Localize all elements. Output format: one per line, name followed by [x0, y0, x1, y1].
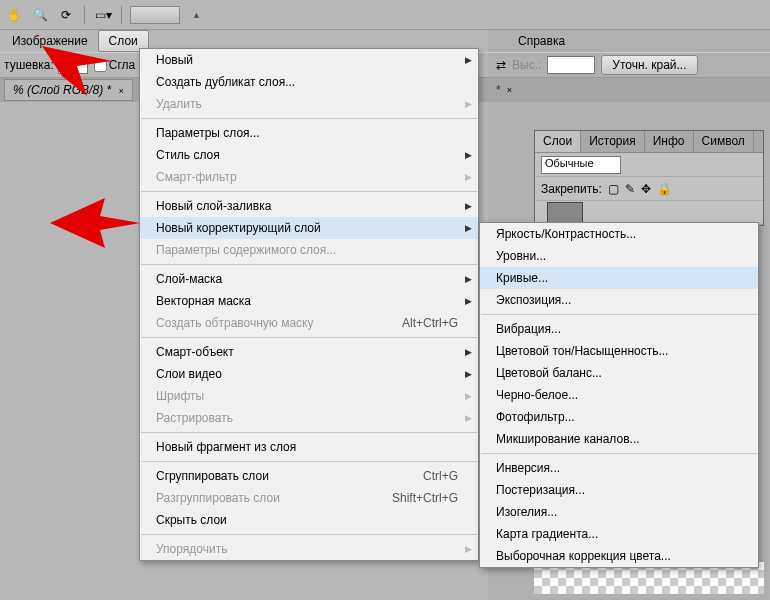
layers-menu-item: Разгруппировать слоиShift+Ctrl+G [140, 487, 478, 509]
menu-item-label: Удалить [156, 97, 202, 111]
zoom-tool-icon[interactable]: 🔍 [30, 5, 50, 25]
height-input[interactable] [547, 56, 595, 74]
menu-item-label: Параметры слоя... [156, 126, 260, 140]
adjustment-submenu-item[interactable]: Уровни... [480, 245, 758, 267]
menu-item-label: Изогелия... [496, 505, 557, 519]
adjustment-submenu-item[interactable]: Цветовой баланс... [480, 362, 758, 384]
lock-transparency-icon[interactable]: ▢ [608, 182, 619, 196]
layers-menu-item[interactable]: Слои видео▶ [140, 363, 478, 385]
svg-marker-0 [42, 46, 112, 96]
submenu-arrow-icon: ▶ [465, 413, 472, 423]
layers-menu-item[interactable]: Смарт-объект▶ [140, 341, 478, 363]
menu-item-label: Цветовой баланс... [496, 366, 602, 380]
right-tab-strip: * × [488, 78, 770, 102]
refine-edge-button[interactable]: Уточн. край... [601, 55, 697, 75]
layers-menu-item: Растрировать▶ [140, 407, 478, 429]
menu-item-label: Новый [156, 53, 193, 67]
adjustment-submenu-item[interactable]: Микширование каналов... [480, 428, 758, 450]
blend-mode-select[interactable]: Обычные [541, 156, 621, 174]
collapse-icon[interactable]: ▲ [192, 10, 201, 20]
layers-menu-item: Смарт-фильтр▶ [140, 166, 478, 188]
lock-position-icon[interactable]: ✥ [641, 182, 651, 196]
adjustment-submenu-item[interactable]: Яркость/Контрастность... [480, 223, 758, 245]
close-icon[interactable]: × [507, 85, 512, 95]
submenu-arrow-icon: ▶ [465, 55, 472, 65]
smooth-label: Сгла [109, 58, 135, 72]
divider [84, 6, 85, 24]
menu-item-label: Новый корректирующий слой [156, 221, 321, 235]
menu-help[interactable]: Справка [508, 31, 575, 51]
lock-icons: ▢ ✎ ✥ 🔒 [608, 182, 672, 196]
panels-container: Слои История Инфо Символ Обычные Закрепи… [534, 130, 764, 226]
arrange-dropdown[interactable] [130, 6, 180, 24]
menu-item-label: Карта градиента... [496, 527, 598, 541]
adjustment-submenu-item[interactable]: Цветовой тон/Насыщенность... [480, 340, 758, 362]
adjustment-submenu-item[interactable]: Кривые... [480, 267, 758, 289]
screen-mode-icon[interactable]: ▭▾ [93, 5, 113, 25]
layers-menu-item[interactable]: Создать дубликат слоя... [140, 71, 478, 93]
adjustment-submenu-item[interactable]: Экспозиция... [480, 289, 758, 311]
menu-item-label: Смарт-фильтр [156, 170, 237, 184]
lock-brush-icon[interactable]: ✎ [625, 182, 635, 196]
layers-menu-item[interactable]: Векторная маска▶ [140, 290, 478, 312]
menu-item-label: Слой-маска [156, 272, 222, 286]
menu-item-label: Разгруппировать слои [156, 491, 280, 505]
layers-menu-item[interactable]: Параметры слоя... [140, 122, 478, 144]
menu-separator [481, 314, 757, 315]
layers-menu-item[interactable]: Слой-маска▶ [140, 268, 478, 290]
layers-menu-item[interactable]: Стиль слоя▶ [140, 144, 478, 166]
adjustment-submenu-item[interactable]: Выборочная коррекция цвета... [480, 545, 758, 567]
layers-menu-item[interactable]: Новый▶ [140, 49, 478, 71]
adjustment-submenu-item[interactable]: Постеризация... [480, 479, 758, 501]
submenu-arrow-icon: ▶ [465, 99, 472, 109]
submenu-arrow-icon: ▶ [465, 172, 472, 182]
adjustment-submenu-item[interactable]: Изогелия... [480, 501, 758, 523]
layers-menu-item[interactable]: Скрыть слои [140, 509, 478, 531]
tab-character[interactable]: Символ [694, 131, 754, 152]
menu-separator [141, 337, 477, 338]
menu-item-label: Новый фрагмент из слоя [156, 440, 296, 454]
rotate-view-icon[interactable]: ⟳ [56, 5, 76, 25]
layers-menu-item: Параметры содержимого слоя... [140, 239, 478, 261]
layers-menu-item: Упорядочить▶ [140, 538, 478, 560]
right-menubar: Справка [488, 30, 770, 52]
submenu-arrow-icon: ▶ [465, 274, 472, 284]
layers-menu-item[interactable]: Новый слой-заливка▶ [140, 195, 478, 217]
menu-item-label: Растрировать [156, 411, 233, 425]
submenu-arrow-icon: ▶ [465, 223, 472, 233]
adjustment-submenu-item[interactable]: Инверсия... [480, 457, 758, 479]
layer-thumbnail[interactable] [547, 202, 583, 224]
submenu-arrow-icon: ▶ [465, 347, 472, 357]
menu-item-label: Выборочная коррекция цвета... [496, 549, 671, 563]
layers-menu-item[interactable]: Новый фрагмент из слоя [140, 436, 478, 458]
adjustment-submenu-item[interactable]: Вибрация... [480, 318, 758, 340]
adjustment-submenu-item[interactable]: Карта градиента... [480, 523, 758, 545]
menu-item-label: Кривые... [496, 271, 548, 285]
menu-item-label: Фотофильтр... [496, 410, 575, 424]
menu-separator [141, 264, 477, 265]
lock-all-icon[interactable]: 🔒 [657, 182, 672, 196]
menu-item-label: Параметры содержимого слоя... [156, 243, 336, 257]
menu-separator [481, 453, 757, 454]
swap-icon[interactable]: ⇄ [496, 58, 506, 72]
menu-item-label: Постеризация... [496, 483, 585, 497]
menu-item-label: Шрифты [156, 389, 204, 403]
tab-layers[interactable]: Слои [535, 131, 581, 152]
menu-item-label: Черно-белое... [496, 388, 578, 402]
close-icon[interactable]: × [118, 86, 123, 96]
menu-shortcut: Alt+Ctrl+G [402, 316, 458, 330]
adjustment-submenu-item[interactable]: Фотофильтр... [480, 406, 758, 428]
menu-item-label: Смарт-объект [156, 345, 234, 359]
submenu-arrow-icon: ▶ [465, 544, 472, 554]
menu-item-label: Экспозиция... [496, 293, 571, 307]
tab-info[interactable]: Инфо [645, 131, 694, 152]
layers-menu-item[interactable]: Сгруппировать слоиCtrl+G [140, 465, 478, 487]
menu-item-label: Уровни... [496, 249, 546, 263]
layers-menu-item: Удалить▶ [140, 93, 478, 115]
hand-tool-icon[interactable]: ✋ [4, 5, 24, 25]
adjustment-submenu-item[interactable]: Черно-белое... [480, 384, 758, 406]
layers-menu-item[interactable]: Новый корректирующий слой▶ [140, 217, 478, 239]
tab-history[interactable]: История [581, 131, 645, 152]
layers-menu-item: Создать обтравочную маскуAlt+Ctrl+G [140, 312, 478, 334]
height-label: Выс.: [512, 58, 541, 72]
